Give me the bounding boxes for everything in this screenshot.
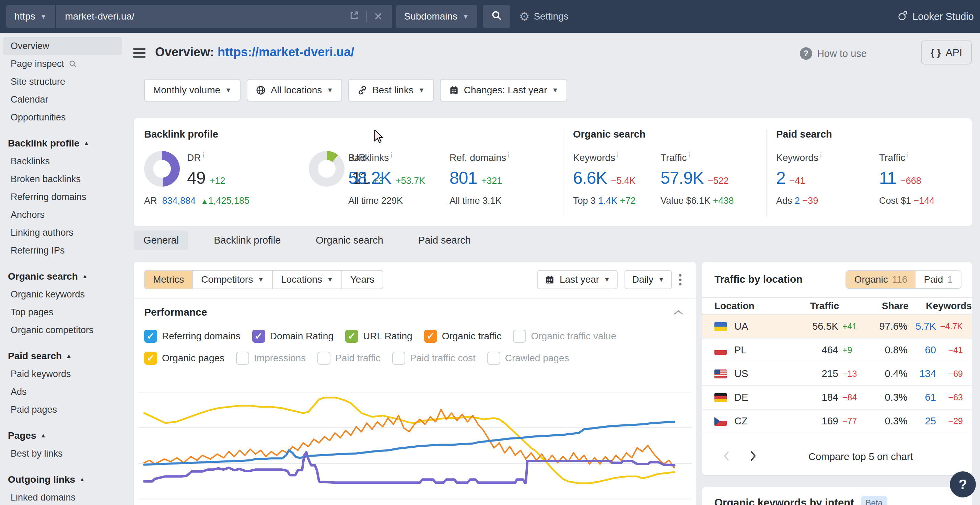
toggle-paid[interactable]: Paid 1 (915, 271, 961, 288)
organic-keywords-value[interactable]: 6.6K (573, 168, 607, 188)
filter-changes-last-year[interactable]: Changes: Last year▼ (440, 79, 568, 102)
info-icon: i (508, 151, 509, 159)
location-row-de[interactable]: DE184−840.3%61−63 (702, 386, 972, 410)
metric-checkbox-organic-traffic-value[interactable]: Organic traffic value (513, 330, 616, 343)
sidebar-item-organic-keywords[interactable]: Organic keywords (3, 286, 122, 303)
location-row-pl[interactable]: PL464+90.8%60−41 (702, 338, 972, 362)
collapse-triangle-icon: ▲ (82, 273, 88, 280)
sidebar-item-referring-ips[interactable]: Referring IPs (3, 241, 122, 259)
next-page-icon[interactable] (749, 451, 757, 463)
top-bar: https ▼ market-dveri.ua/ ✕ Subdomains ▼ … (0, 0, 980, 33)
sidebar-item-opportunities[interactable]: Opportunities (3, 108, 122, 126)
keywords-value[interactable]: 134 (908, 368, 936, 380)
prev-page-icon[interactable] (723, 451, 730, 463)
metric-checkbox-crawled-pages[interactable]: Crawled pages (487, 352, 569, 365)
tab-general[interactable]: General (134, 230, 188, 250)
sidebar-item-label: Referring domains (11, 192, 86, 202)
sidebar-item-backlinks[interactable]: Backlinks (3, 152, 122, 170)
keywords-by-intent-title: Organic keywords by intent (714, 497, 854, 505)
sidebar-section-outgoing-links[interactable]: Outgoing links▲ (0, 471, 125, 489)
performance-chart[interactable] (134, 376, 696, 505)
filter-all-locations[interactable]: All locations▼ (247, 79, 342, 102)
granularity-dropdown[interactable]: Daily ▼ (625, 270, 672, 289)
open-external-icon[interactable] (349, 10, 359, 23)
sidebar-section-pages[interactable]: Pages▲ (0, 427, 125, 445)
segment-metrics[interactable]: Metrics (145, 271, 192, 289)
sidebar-item-paid-pages[interactable]: Paid pages (3, 401, 122, 419)
unchecked-checkbox-icon (236, 352, 249, 365)
sidebar-item-best-by-links[interactable]: Best by links (3, 445, 122, 462)
paid-traffic-value[interactable]: 11 (879, 168, 896, 188)
segment-competitors[interactable]: Competitors▼ (192, 271, 272, 289)
toggle-organic[interactable]: Organic 116 (846, 271, 916, 288)
tab-paid-search[interactable]: Paid search (409, 230, 480, 250)
metric-checkbox-organic-pages[interactable]: ✓Organic pages (144, 352, 224, 365)
location-row-us[interactable]: US215−130.4%134−69 (702, 362, 972, 386)
sidebar-item-page-inspect[interactable]: Page inspect (3, 55, 122, 73)
settings-button[interactable]: ⚙ Settings (519, 11, 569, 22)
organic-traffic-delta: −522 (708, 176, 729, 186)
clear-url-icon[interactable]: ✕ (374, 10, 383, 23)
collapse-chevron-icon[interactable] (673, 309, 684, 318)
sidebar-item-broken-backlinks[interactable]: Broken backlinks (3, 170, 122, 188)
location-table-header: LocationTrafficShareKeywords (702, 297, 972, 315)
flag-icon-us (714, 370, 727, 378)
location-row-cz[interactable]: CZ169−770.3%25−29 (702, 410, 972, 433)
location-row-ua[interactable]: UA56.5K+4197.6%5.7K−4.7K (702, 315, 972, 338)
target-url-input[interactable]: market-dveri.ua/ ✕ (56, 5, 392, 28)
keywords-value[interactable]: 60 (908, 345, 936, 356)
sidebar-item-linked-domains[interactable]: Linked domains (3, 489, 122, 505)
api-button[interactable]: { } API (921, 40, 972, 65)
ar-value[interactable]: 834,884 (162, 195, 196, 206)
tab-organic-search[interactable]: Organic search (306, 230, 393, 250)
sidebar-section-backlink-profile[interactable]: Backlink profile▲ (0, 135, 125, 152)
more-options-icon[interactable] (673, 273, 687, 286)
segment-locations[interactable]: Locations▼ (272, 271, 341, 289)
backlinks-value[interactable]: 58.2K (348, 168, 391, 188)
paid-keywords-value[interactable]: 2 (776, 168, 786, 188)
country-code: CZ (734, 416, 748, 427)
ref-domains-value[interactable]: 801 (450, 168, 477, 188)
sidebar-item-top-pages[interactable]: Top pages (3, 303, 122, 321)
keywords-value[interactable]: 61 (908, 392, 936, 403)
metric-checkbox-paid-traffic[interactable]: Paid traffic (317, 352, 380, 365)
protocol-dropdown[interactable]: https ▼ (6, 5, 55, 28)
sidebar-item-site-structure[interactable]: Site structure (3, 73, 122, 91)
metric-checkbox-domain-rating[interactable]: ✓Domain Rating (252, 330, 334, 343)
menu-icon[interactable] (133, 48, 145, 58)
chevron-down-icon: ▼ (258, 276, 264, 283)
calendar-icon (544, 275, 555, 285)
metric-checkbox-paid-traffic-cost[interactable]: Paid traffic cost (392, 352, 476, 365)
how-to-use-button[interactable]: ? How to use (800, 47, 867, 60)
segment-years[interactable]: Years (341, 271, 383, 289)
sidebar-item-linking-authors[interactable]: Linking authors (3, 224, 122, 241)
search-button[interactable] (483, 5, 510, 28)
sidebar-item-paid-keywords[interactable]: Paid keywords (3, 365, 122, 383)
sidebar-item-ads[interactable]: Ads (3, 383, 122, 401)
metric-checkbox-referring-domains[interactable]: ✓Referring domains (144, 330, 240, 343)
filter-best-links[interactable]: Best links▼ (348, 79, 434, 102)
keywords-value[interactable]: 25 (908, 416, 936, 427)
metric-checkbox-url-rating[interactable]: ✓URL Rating (345, 330, 412, 343)
sidebar-item-overview[interactable]: Overview (3, 37, 122, 55)
looker-studio-button[interactable]: Looker Studio (897, 10, 974, 24)
organic-traffic-value[interactable]: 57.9K (660, 168, 704, 188)
compare-top5-link[interactable]: Compare top 5 on chart (808, 451, 913, 462)
checked-checkbox-icon: ✓ (424, 330, 437, 343)
help-button[interactable]: ? (950, 472, 976, 497)
sidebar-item-referring-domains[interactable]: Referring domains (3, 188, 122, 206)
sidebar-item-anchors[interactable]: Anchors (3, 206, 122, 224)
keywords-value[interactable]: 5.7K (908, 321, 936, 332)
sidebar-section-paid-search[interactable]: Paid search▲ (0, 347, 125, 365)
metric-checkbox-organic-traffic[interactable]: ✓Organic traffic (424, 330, 502, 343)
filter-monthly-volume[interactable]: Monthly volume▼ (144, 79, 240, 102)
sidebar-item-organic-competitors[interactable]: Organic competitors (3, 321, 122, 339)
period-dropdown[interactable]: Last year ▼ (537, 270, 618, 289)
metric-checkbox-impressions[interactable]: Impressions (236, 352, 306, 365)
organic-keywords-delta: −5.4K (611, 176, 635, 186)
tab-backlink-profile[interactable]: Backlink profile (204, 230, 290, 250)
mode-dropdown[interactable]: Subdomains ▼ (396, 5, 477, 28)
sidebar-item-calendar[interactable]: Calendar (3, 91, 122, 108)
sidebar-section-organic-search[interactable]: Organic search▲ (0, 268, 125, 286)
target-domain-link[interactable]: https://market-dveri.ua/ (218, 45, 354, 59)
